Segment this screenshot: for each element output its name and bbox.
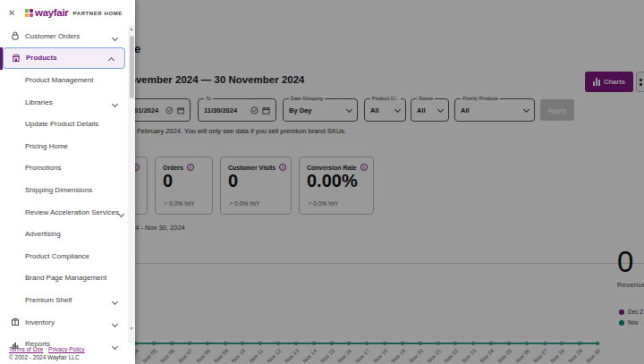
products-icon <box>12 54 21 63</box>
active-item-indicator <box>0 47 3 70</box>
sidebar-item-product-management[interactable]: Product Management <box>0 69 128 91</box>
sidebar-item-label: Review Acceleration Services <box>25 208 119 216</box>
copyright-text: © 2002 - 2024 Wayfair LLC <box>9 354 135 360</box>
orders-icon <box>11 31 21 40</box>
sidebar-item-advertising[interactable]: Advertising <box>0 223 128 245</box>
screen: e 1 November 2024 — 30 November 2024 Cha… <box>0 0 644 364</box>
sidebar-item-shipping-dimensions[interactable]: Shipping Dimensions <box>0 179 128 201</box>
sidebar-item-label: Libraries <box>25 98 53 106</box>
logo-suffix: PARTNER HOME <box>73 11 123 16</box>
scrollbar-thumb[interactable] <box>130 36 134 98</box>
wayfair-logo-icon <box>25 9 33 17</box>
logo-brand: wayfair <box>35 7 69 18</box>
sidebar-item-promotions[interactable]: Promotions <box>0 157 128 180</box>
chevron-down-icon <box>119 204 123 220</box>
sidebar-item-pricing-home[interactable]: Pricing Home <box>0 135 128 157</box>
sidebar-item-label: Brand Page Management <box>25 274 106 282</box>
chevron-down-icon <box>113 28 117 44</box>
drawer-scrollbar[interactable]: ▲ ▼ <box>128 25 135 343</box>
sidebar-item-label: Pricing Home <box>25 142 68 150</box>
sidebar-item-customer-orders[interactable]: Customer Orders <box>0 25 128 47</box>
sidebar-item-libraries[interactable]: Libraries <box>0 91 128 114</box>
chevron-up-icon <box>109 50 114 66</box>
sidebar-item-label: Shipping Dimensions <box>25 186 92 194</box>
sidebar-item-label: Products <box>26 54 57 62</box>
sidebar-item-label: Update Product Details <box>25 120 98 128</box>
scroll-down-icon[interactable]: ▼ <box>128 326 135 331</box>
inventory-icon <box>11 317 21 326</box>
sidebar-item-label: Premium Shelf <box>25 296 72 304</box>
scroll-up-icon[interactable]: ▲ <box>128 26 135 31</box>
sidebar-item-brand-page-management[interactable]: Brand Page Management <box>0 267 128 290</box>
chevron-down-icon <box>113 94 117 110</box>
sidebar-item-inventory[interactable]: Inventory <box>0 311 128 334</box>
close-icon[interactable]: ✕ <box>8 8 21 18</box>
nav-drawer: ✕ wayfair PARTNER HOME Customer OrdersPr… <box>0 0 135 364</box>
sidebar-item-update-product-details[interactable]: Update Product Details <box>0 113 128 135</box>
sidebar-item-label: Advertising <box>25 230 61 238</box>
sidebar-item-products[interactable]: Products <box>3 47 125 70</box>
sidebar-item-premium-shelf[interactable]: Premium Shelf <box>0 289 128 311</box>
sidebar-item-label: Product Compliance <box>25 252 89 260</box>
sidebar-item-review-acceleration-services[interactable]: Review Acceleration Services <box>0 201 128 224</box>
chevron-down-icon <box>113 336 117 352</box>
sidebar-item-label: Product Management <box>25 76 94 84</box>
drawer-header: ✕ wayfair PARTNER HOME <box>0 0 135 25</box>
sidebar-item-label: Customer Orders <box>25 32 80 40</box>
sidebar-item-label: Promotions <box>25 164 61 172</box>
chevron-down-icon <box>113 314 117 330</box>
sidebar-item-product-compliance[interactable]: Product Compliance <box>0 245 128 267</box>
sidebar-item-reports[interactable]: Reports <box>0 333 128 355</box>
chevron-down-icon <box>113 292 117 308</box>
sidebar-item-label: Inventory <box>25 318 55 326</box>
reports-icon <box>11 340 21 349</box>
wayfair-logo[interactable]: wayfair PARTNER HOME <box>25 7 123 18</box>
sidebar-item-label: Reports <box>25 340 50 348</box>
